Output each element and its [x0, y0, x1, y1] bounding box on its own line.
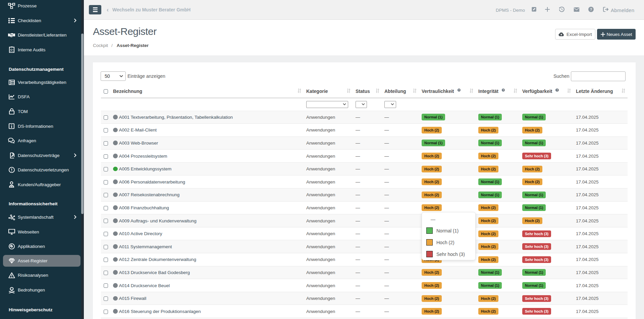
svg-text:?: ?: [590, 7, 592, 11]
